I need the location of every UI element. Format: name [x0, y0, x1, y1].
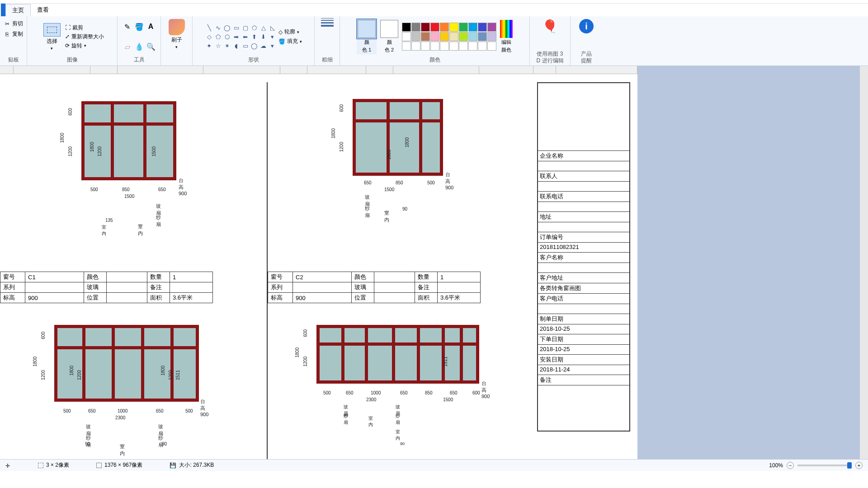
zoom-slider[interactable]: [797, 465, 852, 466]
palette-color[interactable]: [487, 32, 496, 41]
arrow-d-shape[interactable]: ⬇: [259, 33, 268, 41]
callout1-shape[interactable]: ◖: [232, 42, 241, 50]
star6-shape[interactable]: ✶: [223, 42, 231, 50]
color2-button[interactable]: 颜 色 2: [380, 20, 398, 53]
palette-color[interactable]: [459, 23, 468, 32]
palette-color[interactable]: [440, 32, 449, 41]
star5-shape[interactable]: ☆: [214, 42, 222, 50]
palette-color[interactable]: [402, 23, 411, 32]
palette-empty[interactable]: [421, 42, 430, 51]
info-icon: i: [579, 19, 594, 33]
palette-color[interactable]: [478, 23, 487, 32]
rainbow-icon: [500, 20, 513, 38]
select-rect-icon: [43, 23, 61, 37]
palette-color[interactable]: [449, 32, 458, 41]
picker-tool[interactable]: 💧: [135, 42, 144, 51]
palette-empty[interactable]: [430, 42, 439, 51]
fill-button[interactable]: 🪣填充▾: [278, 38, 302, 45]
palette-empty[interactable]: [449, 42, 458, 51]
palette-empty[interactable]: [487, 42, 496, 51]
statusbar: ✛ 3 × 2像素 1376 × 967像素 💾大小: 267.3KB 100%…: [0, 459, 868, 471]
scrollbar-vertical[interactable]: [860, 66, 868, 459]
callout3-shape[interactable]: ◯: [250, 42, 259, 50]
crop-button[interactable]: ⛶裁剪: [65, 24, 104, 32]
diamond-shape[interactable]: ◇: [205, 33, 213, 41]
expand-shapes[interactable]: ▾: [269, 42, 277, 50]
palette-empty[interactable]: [459, 42, 468, 51]
palette-color[interactable]: [440, 23, 449, 32]
text-tool[interactable]: A: [146, 22, 156, 31]
more-shapes[interactable]: ▾: [269, 33, 277, 41]
tab-view[interactable]: 查看: [31, 4, 55, 16]
paint3d-button[interactable]: 🎈: [539, 18, 561, 50]
cloud-shape[interactable]: ☁: [259, 42, 268, 50]
palette-empty[interactable]: [402, 42, 411, 51]
fill-tool[interactable]: 🪣: [135, 22, 144, 31]
fillbucket-icon: 🪣: [278, 38, 285, 45]
line-shape[interactable]: ╲: [205, 23, 213, 32]
palette-color[interactable]: [468, 23, 477, 32]
palette-color[interactable]: [402, 32, 411, 41]
palette-empty[interactable]: [440, 42, 449, 51]
roundrect-shape[interactable]: ▢: [241, 23, 250, 32]
brush-button[interactable]: 刷子 ▾: [166, 18, 188, 63]
resize-button[interactable]: ⤢重新调整大小: [65, 33, 104, 41]
palette-color[interactable]: [411, 32, 420, 41]
ribbon: ✂剪切 ⎘复制 贴板 选择 ▾ ⛶裁剪 ⤢重新调整大小 ⟳旋转▾ 图像 ✎ 🪣 …: [0, 16, 868, 66]
palette-color[interactable]: [430, 23, 439, 32]
file-menu[interactable]: [1, 4, 5, 16]
edit-colors-button[interactable]: 编辑 颜色: [500, 20, 513, 53]
ruler-horizontal: [0, 66, 637, 74]
palette-color[interactable]: [478, 32, 487, 41]
dropdown-icon: ▾: [175, 45, 178, 49]
triangle-shape[interactable]: △: [259, 23, 268, 32]
zoom-out-button[interactable]: −: [787, 462, 794, 469]
clipboard-label: 贴板: [8, 55, 19, 64]
canvas[interactable]: 1800 1200 600 1800 1200 1500 500 850 650…: [0, 74, 633, 458]
copy-button[interactable]: ⎘复制: [4, 30, 23, 38]
palette-color[interactable]: [411, 23, 420, 32]
star4-shape[interactable]: ✦: [205, 42, 213, 50]
oval-shape[interactable]: ◯: [223, 23, 231, 32]
spec-table-c2: 窗号C2颜色数量1 系列玻璃备注 标高900位置面积3.6平米: [268, 272, 481, 303]
palette-color[interactable]: [430, 32, 439, 41]
callout2-shape[interactable]: ▭: [241, 42, 250, 50]
hexagon-shape[interactable]: ⬡: [223, 33, 231, 41]
palette-color[interactable]: [421, 23, 430, 32]
palette-empty[interactable]: [468, 42, 477, 51]
tools-label: 工具: [134, 55, 145, 64]
polygon-shape[interactable]: ⬠: [250, 23, 259, 32]
eraser-tool[interactable]: ▱: [123, 42, 132, 51]
arrow-l-shape[interactable]: ⬅: [241, 33, 250, 41]
curve-shape[interactable]: ∿: [214, 23, 222, 32]
color1-button[interactable]: 颜 色 1: [357, 19, 377, 54]
product-alert-button[interactable]: i: [576, 18, 596, 50]
pencil-tool[interactable]: ✎: [123, 22, 132, 31]
palette-color[interactable]: [449, 23, 458, 32]
cut-button[interactable]: ✂剪切: [4, 20, 23, 28]
tab-home[interactable]: 主页: [5, 4, 31, 16]
arrow-u-shape[interactable]: ⬆: [250, 33, 259, 41]
rotate-button[interactable]: ⟳旋转▾: [65, 42, 104, 50]
copy-icon: ⎘: [4, 31, 10, 38]
info-panel: 企业名称 联系人 联系电话 地址 订单编号 201811082321 客户名称 …: [537, 82, 630, 432]
outline-icon: ◇: [278, 29, 283, 35]
zoom-in-button[interactable]: +: [855, 462, 863, 469]
palette-color[interactable]: [459, 32, 468, 41]
select-button[interactable]: 选择 ▾: [41, 22, 63, 52]
palette-empty[interactable]: [478, 42, 487, 51]
shapes-gallery[interactable]: ╲ ∿ ◯ ▭ ▢ ⬠ △ ◺ ◇ ⬠ ⬡ ➡ ⬅ ⬆ ⬇ ▾ ✦ ☆ ✶ ◖: [205, 23, 277, 50]
rtriangle-shape[interactable]: ◺: [269, 23, 277, 32]
palette-color[interactable]: [487, 23, 496, 32]
palette-color[interactable]: [468, 32, 477, 41]
spec-table-c1: 窗号C1颜色数量1 系列玻璃备注 标高900位置面积3.6平米: [0, 272, 213, 303]
size-button[interactable]: [321, 18, 334, 55]
palette-empty[interactable]: [411, 42, 420, 51]
palette-color[interactable]: [421, 32, 430, 41]
rect-shape[interactable]: ▭: [232, 23, 241, 32]
arrow-r-shape[interactable]: ➡: [232, 33, 241, 41]
tabs: 主页 查看: [0, 4, 868, 16]
pentagon-shape[interactable]: ⬠: [214, 33, 222, 41]
magnifier-tool[interactable]: 🔍: [146, 42, 156, 51]
outline-button[interactable]: ◇轮廓▾: [278, 28, 302, 36]
